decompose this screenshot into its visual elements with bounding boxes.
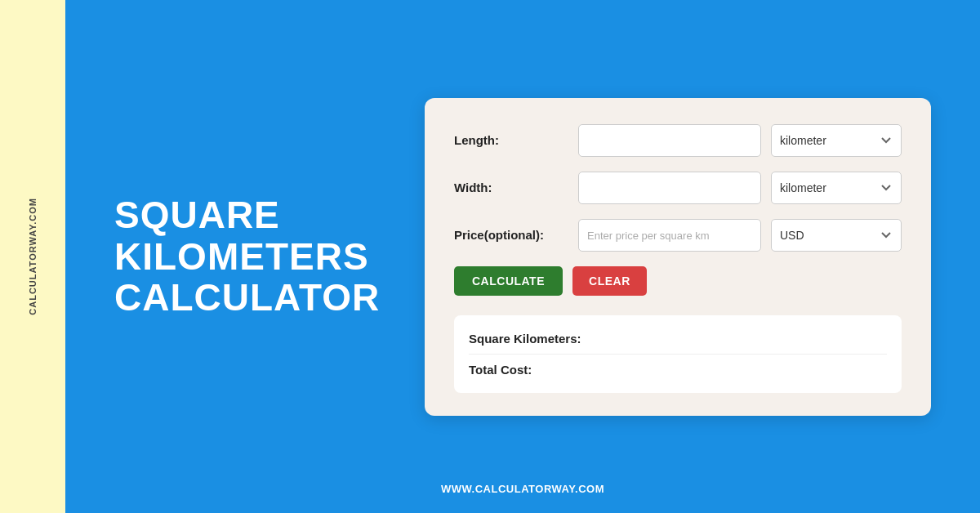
sidebar-strip: CALCULATORWAY.COM <box>0 0 65 513</box>
currency-select[interactable]: USD EUR GBP JPY <box>771 219 902 252</box>
width-label: Width: <box>454 181 568 194</box>
length-row: Length: kilometer meter mile yard foot i… <box>454 124 902 157</box>
sidebar-brand-text: CALCULATORWAY.COM <box>28 198 38 315</box>
page-title: SQUARE KILOMETERS CALCULATOR <box>114 194 310 319</box>
total-cost-label: Total Cost: <box>469 363 616 377</box>
title-section: SQUARE KILOMETERS CALCULATOR <box>65 194 327 319</box>
calculator-card: Length: kilometer meter mile yard foot i… <box>425 98 931 416</box>
sq-km-result-row: Square Kilometers: <box>469 323 887 355</box>
footer-url: WWW.CALCULATORWAY.COM <box>441 483 604 495</box>
result-section: Square Kilometers: Total Cost: <box>454 315 902 393</box>
width-unit-select[interactable]: kilometer meter mile yard foot inch <box>771 172 902 204</box>
sq-km-label: Square Kilometers: <box>469 332 616 346</box>
buttons-row: CALCULATE CLEAR <box>454 266 902 296</box>
width-row: Width: kilometer meter mile yard foot in… <box>454 172 902 204</box>
length-input[interactable] <box>578 124 761 157</box>
clear-button[interactable]: CLEAR <box>572 266 647 296</box>
calculate-button[interactable]: CALCULATE <box>454 266 563 296</box>
price-label: Price(optional): <box>454 228 568 242</box>
total-cost-result-row: Total Cost: <box>469 355 887 385</box>
width-input[interactable] <box>578 172 761 204</box>
price-input[interactable] <box>578 219 761 252</box>
price-row: Price(optional): USD EUR GBP JPY <box>454 219 902 252</box>
length-label: Length: <box>454 133 568 147</box>
length-unit-select[interactable]: kilometer meter mile yard foot inch <box>771 124 902 157</box>
main-area: SQUARE KILOMETERS CALCULATOR Length: kil… <box>65 0 980 513</box>
